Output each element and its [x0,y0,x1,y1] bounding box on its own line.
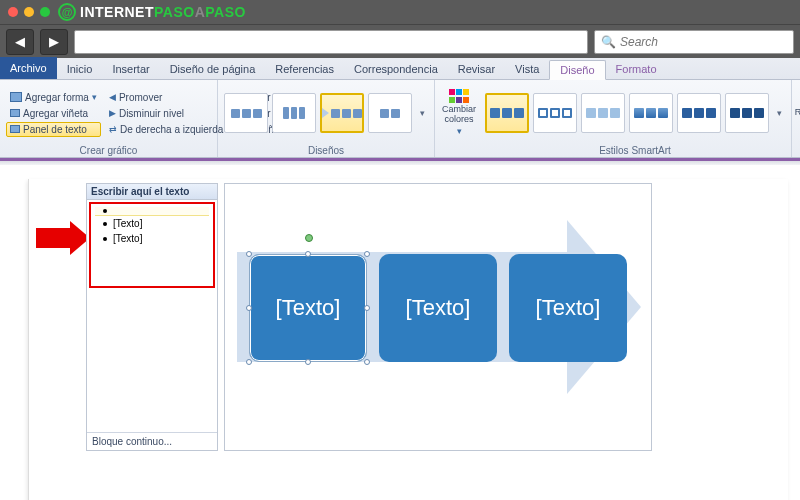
text-pane-title: Escribir aquí el texto [87,184,217,200]
rtl-button[interactable]: ⇄De derecha a izquierda [105,122,227,137]
tab-page-layout[interactable]: Diseño de página [160,59,266,79]
document-area: Escribir aquí el texto [Texto] [Texto] B… [0,158,800,500]
tab-design[interactable]: Diseño [549,60,605,80]
text-pane-item-2-text[interactable]: [Texto] [113,218,142,229]
ribbon-group-layouts: ▾ Diseños [218,80,435,157]
smartart-block-3-text[interactable]: [Texto] [536,295,601,321]
style-option-2[interactable] [533,93,577,133]
style-option-1[interactable] [485,93,529,133]
tab-review[interactable]: Revisar [448,59,505,79]
rtl-label: De derecha a izquierda [120,124,223,135]
layout-option-1[interactable] [224,93,268,133]
group-label-styles: Estilos SmartArt [485,144,785,157]
tab-file[interactable]: Archivo [0,57,57,79]
site-title-b: PASO [154,4,195,20]
ribbon: Agregar forma▾ Agregar viñeta Panel de t… [0,80,800,158]
site-title-a: INTERNET [80,4,154,20]
smartart-block-1[interactable]: [Texto] [249,254,367,362]
text-pane-footer: Bloque continuo... [87,432,217,450]
change-colors-label: Cambiar colores [442,105,476,125]
add-shape-label: Agregar forma [25,92,89,103]
text-pane-item-1[interactable] [95,207,209,216]
resize-handle-n[interactable] [305,251,311,257]
forward-button[interactable]: ▶ [40,29,68,55]
smartart-canvas[interactable]: [Texto] [Texto] [Texto] [224,183,652,451]
window-titlebar: @ INTERNETPASOAPASO [0,0,800,24]
panel-icon [10,125,20,133]
group-label-layouts: Diseños [224,144,428,157]
logo-icon: @ [58,3,76,21]
ribbon-group-reset: Resta grá [792,80,800,157]
reset-label-1: Resta [795,107,800,117]
promote-button[interactable]: ◀Promover [105,90,227,105]
ribbon-group-create: Agregar forma▾ Agregar viñeta Panel de t… [0,80,218,157]
layouts-more[interactable]: ▾ [416,108,428,118]
tab-view[interactable]: Vista [505,59,549,79]
text-panel-button[interactable]: Panel de texto [6,122,101,137]
resize-handle-e[interactable] [364,305,370,311]
bullet-icon [103,237,107,241]
smartart-text-pane[interactable]: Escribir aquí el texto [Texto] [Texto] B… [86,183,218,451]
close-dot[interactable] [8,7,18,17]
resize-handle-sw[interactable] [246,359,252,365]
text-pane-item-2[interactable]: [Texto] [95,216,209,231]
resize-handle-ne[interactable] [364,251,370,257]
layout-option-4[interactable] [368,93,412,133]
resize-handle-s[interactable] [305,359,311,365]
style-option-4[interactable] [629,93,673,133]
rotate-handle[interactable] [305,234,313,242]
zoom-dot[interactable] [40,7,50,17]
ribbon-tabs: Archivo Inicio Insertar Diseño de página… [0,58,800,80]
promote-label: Promover [119,92,162,103]
search-input[interactable] [620,35,787,49]
group-label-create: Crear gráfico [6,144,211,157]
search-box[interactable]: 🔍 [594,30,794,54]
demote-button[interactable]: ▶Disminuir nivel [105,106,227,121]
add-bullet-label: Agregar viñeta [23,108,88,119]
bullet-icon [103,209,107,213]
resize-handle-nw[interactable] [246,251,252,257]
back-button[interactable]: ◀ [6,29,34,55]
tab-references[interactable]: Referencias [265,59,344,79]
smartart-block-2-text[interactable]: [Texto] [406,295,471,321]
styles-more[interactable]: ▾ [773,108,785,118]
browser-nav: ◀ ▶ 🔍 [0,24,800,58]
text-pane-list: [Texto] [Texto] [89,202,215,288]
text-pane-item-3-text[interactable]: [Texto] [113,233,142,244]
bullet-icon [10,109,20,117]
callout-arrow [36,221,90,255]
demote-label: Disminuir nivel [119,108,184,119]
shape-icon [10,92,22,102]
layout-option-3[interactable] [320,93,364,133]
search-icon: 🔍 [601,35,616,49]
tab-insert[interactable]: Insertar [102,59,159,79]
tab-format[interactable]: Formato [606,59,667,79]
site-title-d: PASO [205,4,246,20]
text-panel-label: Panel de texto [23,124,87,135]
add-shape-button[interactable]: Agregar forma▾ [6,90,101,105]
tab-home[interactable]: Inicio [57,59,103,79]
smartart-block-3[interactable]: [Texto] [509,254,627,362]
ribbon-group-colors: Cambiar colores ▾ [435,80,479,157]
style-option-6[interactable] [725,93,769,133]
ribbon-group-styles: ▾ Estilos SmartArt [479,80,792,157]
tab-mail[interactable]: Correspondencia [344,59,448,79]
site-title-c: A [195,4,206,20]
traffic-lights [8,7,50,17]
resize-handle-se[interactable] [364,359,370,365]
minimize-dot[interactable] [24,7,34,17]
url-input[interactable] [74,30,588,54]
layout-option-2[interactable] [272,93,316,133]
add-bullet-button[interactable]: Agregar viñeta [6,106,101,121]
resize-handle-w[interactable] [246,305,252,311]
bullet-icon [103,222,107,226]
smartart-block-2[interactable]: [Texto] [379,254,497,362]
style-option-3[interactable] [581,93,625,133]
smartart-block-1-text[interactable]: [Texto] [276,295,341,321]
site-logo: @ INTERNETPASOAPASO [58,3,246,21]
change-colors-button[interactable]: Cambiar colores ▾ [441,89,477,137]
text-pane-item-3[interactable]: [Texto] [95,231,209,246]
style-option-5[interactable] [677,93,721,133]
